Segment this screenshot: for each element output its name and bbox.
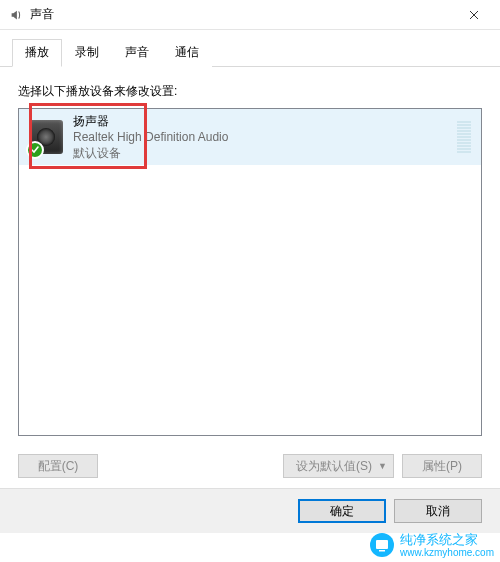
sound-icon [8,7,24,23]
configure-button[interactable]: 配置(C) [18,454,98,478]
svg-rect-1 [379,550,385,552]
titlebar: 声音 [0,0,500,30]
cancel-button[interactable]: 取消 [394,499,482,523]
device-name: 扬声器 [73,113,449,129]
set-default-button[interactable]: 设为默认值(S) ▼ [283,454,394,478]
ok-button[interactable]: 确定 [298,499,386,523]
close-button[interactable] [451,0,496,30]
dialog-footer: 确定 取消 [0,488,500,533]
watermark-brand: 纯净系统之家 [400,533,494,547]
tab-communications[interactable]: 通信 [162,39,212,67]
window-title: 声音 [30,6,451,23]
device-buttons-row: 配置(C) 设为默认值(S) ▼ 属性(P) [0,444,500,482]
tabs: 播放 录制 声音 通信 [0,30,500,67]
level-meter-icon [457,121,471,153]
chevron-down-icon: ▼ [378,461,387,471]
tab-content: 选择以下播放设备来修改设置: 扬声器 Realtek High Definiti… [0,67,500,444]
watermark: 纯净系统之家 www.kzmyhome.com [370,533,494,558]
properties-button[interactable]: 属性(P) [402,454,482,478]
default-check-icon [26,141,44,159]
watermark-logo-icon [370,533,394,557]
device-list[interactable]: 扬声器 Realtek High Definition Audio 默认设备 [18,108,482,436]
svg-rect-0 [376,540,388,549]
device-description: Realtek High Definition Audio [73,129,449,145]
speaker-icon [29,120,63,154]
instruction-text: 选择以下播放设备来修改设置: [18,83,482,100]
spacer [106,454,275,478]
tab-playback[interactable]: 播放 [12,39,62,67]
watermark-url: www.kzmyhome.com [400,547,494,558]
tab-sounds[interactable]: 声音 [112,39,162,67]
tab-recording[interactable]: 录制 [62,39,112,67]
device-text: 扬声器 Realtek High Definition Audio 默认设备 [73,113,449,162]
close-icon [469,10,479,20]
device-status: 默认设备 [73,145,449,161]
device-item[interactable]: 扬声器 Realtek High Definition Audio 默认设备 [19,109,481,165]
set-default-label: 设为默认值(S) [296,458,372,475]
